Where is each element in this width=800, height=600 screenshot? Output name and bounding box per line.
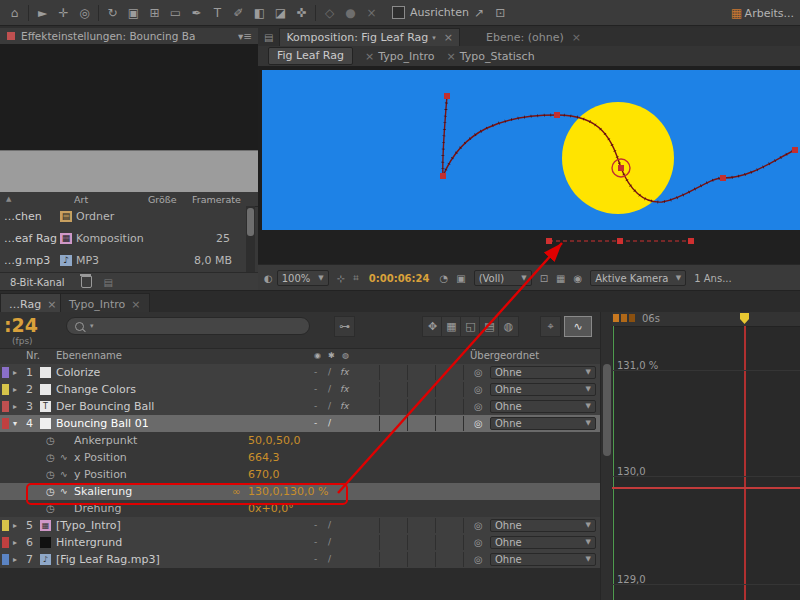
playhead-marker[interactable] xyxy=(740,313,749,324)
tool-option-icon[interactable]: ◇ xyxy=(319,3,340,23)
bit-depth-label[interactable]: 8-Bit-Kanal xyxy=(10,277,65,288)
property-name[interactable]: y Position xyxy=(74,466,127,483)
quality-switch[interactable]: / xyxy=(328,415,331,432)
property-value[interactable]: 130,0,130,0 % xyxy=(248,483,328,500)
quality-switch[interactable]: / xyxy=(328,551,331,568)
parent-select[interactable]: Ohne▼ xyxy=(490,417,596,430)
workspace-icon[interactable]: ▦ xyxy=(731,6,742,20)
fx-switch[interactable]: fx xyxy=(340,364,349,381)
stopwatch-icon[interactable]: ◷ xyxy=(46,432,55,449)
property-value[interactable]: 670,0 xyxy=(248,466,280,483)
selection-tool-icon[interactable]: ► xyxy=(32,3,53,23)
close-icon[interactable]: × xyxy=(131,298,140,311)
shy-switch[interactable]: - xyxy=(314,415,317,432)
parent-select[interactable]: Ohne▼ xyxy=(490,536,596,549)
hand-tool-icon[interactable]: ✛ xyxy=(53,3,74,23)
project-item-row[interactable]: …g.mp3 ♪ MP3 8,0 MB xyxy=(0,250,246,273)
parent-pickwhip-icon[interactable]: ◎ xyxy=(474,517,483,534)
viewer-tab-typo-intro[interactable]: Typo_Intro xyxy=(378,50,434,63)
brainstorm-icon[interactable]: ◍ xyxy=(498,316,519,337)
graph-toggle-icon[interactable]: ∿ xyxy=(60,466,68,483)
zoom-select[interactable]: 100% ▼ xyxy=(277,270,329,286)
chevron-down-icon[interactable]: ▾ xyxy=(90,322,94,330)
layer-name[interactable]: [Typo_Intro] xyxy=(56,517,121,534)
home-icon[interactable]: ⌂ xyxy=(4,3,25,23)
timeline-tab-typo-intro[interactable]: Typo_Intro × xyxy=(60,293,150,314)
parent-pickwhip-icon[interactable]: ◎ xyxy=(474,398,483,415)
shy-switch[interactable]: - xyxy=(314,551,317,568)
graph-toggle-icon[interactable]: ∿ xyxy=(60,483,68,500)
comp-mini-flowchart-icon[interactable]: ⊶ xyxy=(334,316,355,337)
fx-switch[interactable]: fx xyxy=(340,398,349,415)
column-nr[interactable]: Nr. xyxy=(26,350,40,361)
layer-row-change-colors[interactable]: ▸ 2 Change Colors - / fx ◎ Ohne▼ xyxy=(0,381,600,399)
graph-editor-toggle[interactable]: ∿ xyxy=(564,316,592,337)
shy-switch[interactable]: - xyxy=(314,381,317,398)
snap-guides-icon[interactable]: ⊹ xyxy=(337,273,345,284)
column-framerate[interactable]: Framerate xyxy=(192,194,241,205)
camera-settings-icon[interactable]: ◉ xyxy=(574,273,583,284)
shy-switch[interactable]: - xyxy=(314,534,317,551)
snap-icon[interactable]: ↗ xyxy=(469,3,490,23)
layer-name[interactable]: [Fig Leaf Rag.mp3] xyxy=(56,551,160,568)
chevron-right-icon[interactable]: ▸ xyxy=(13,534,17,551)
quality-switch[interactable]: / xyxy=(328,517,331,534)
grid-options-icon[interactable]: ⊡ xyxy=(490,3,511,23)
layer-row-fig-leaf-rag-mp3[interactable]: ▸ 7 ♪ [Fig Leaf Rag.mp3] - / ◎ Ohne▼ xyxy=(0,551,600,569)
mask-tool-icon[interactable]: ▭ xyxy=(165,3,186,23)
pen-tool-icon[interactable]: ✒ xyxy=(186,3,207,23)
graph-time-ruler[interactable]: 06s xyxy=(612,312,800,327)
property-row-ankerpunkt[interactable]: ◷ Ankerpunkt 50,0,50,0 xyxy=(0,432,600,450)
clone-stamp-tool-icon[interactable]: ◧ xyxy=(249,3,270,23)
frame-blending-icon[interactable]: ◱ xyxy=(460,316,481,337)
close-icon[interactable]: × xyxy=(447,50,456,63)
property-row-drehung[interactable]: ◷ Drehung 0x+0,0° xyxy=(0,500,600,518)
layer-name[interactable]: Hintergrund xyxy=(56,534,122,551)
hide-shy-layers-icon[interactable]: ▦ xyxy=(441,316,462,337)
pan-behind-tool-icon[interactable]: ⊞ xyxy=(144,3,165,23)
column-uebergeordnet[interactable]: Übergeordnet xyxy=(470,350,539,361)
shy-switch[interactable]: - xyxy=(314,364,317,381)
column-art[interactable]: Art xyxy=(74,194,88,205)
tab-composition[interactable]: Komposition: Fig Leaf Rag ▾ × xyxy=(279,28,460,47)
type-tool-icon[interactable]: T xyxy=(207,3,228,23)
chevron-right-icon[interactable]: ▸ xyxy=(13,551,17,568)
workspace-switcher[interactable]: Arbeits... xyxy=(745,7,794,20)
parent-select[interactable]: Ohne▼ xyxy=(490,400,596,413)
close-icon[interactable]: × xyxy=(47,298,56,311)
quality-switch[interactable]: / xyxy=(328,364,331,381)
scrollbar-thumb[interactable] xyxy=(247,208,254,236)
resolution-select[interactable]: (Voll) ▼ xyxy=(474,270,532,286)
close-icon[interactable]: × xyxy=(365,50,374,63)
layer-name[interactable]: Colorize xyxy=(56,364,100,381)
parent-pickwhip-icon[interactable]: ◎ xyxy=(474,534,483,551)
composition-canvas[interactable] xyxy=(262,70,800,230)
property-value[interactable]: 50,0,50,0 xyxy=(248,432,300,449)
channels-icon[interactable]: ▣ xyxy=(456,273,465,284)
quality-switch[interactable]: / xyxy=(328,381,331,398)
layer-row-hintergrund[interactable]: ▸ 6 Hintergrund - / ◎ Ohne▼ xyxy=(0,534,600,552)
stopwatch-icon[interactable]: ◷ xyxy=(46,483,55,500)
parent-select[interactable]: Ohne▼ xyxy=(490,553,596,566)
layer-row-colorize[interactable]: ▸ 1 Colorize - / fx ◎ Ohne▼ xyxy=(0,364,600,382)
property-name[interactable]: x Position xyxy=(74,449,127,466)
parent-pickwhip-icon[interactable]: ◎ xyxy=(474,551,483,568)
magnification-icon[interactable]: ◐ xyxy=(264,273,273,284)
viewer-tab-fig-leaf-rag[interactable]: Fig Leaf Rag xyxy=(268,47,353,65)
layer-row-typo-intro[interactable]: ▸ 5 ▦ [Typo_Intro] - / ◎ Ohne▼ xyxy=(0,517,600,535)
chevron-right-icon[interactable]: ▸ xyxy=(13,364,17,381)
parent-select[interactable]: Ohne▼ xyxy=(490,383,596,396)
graph-editor[interactable]: 06s 131,0 % 130,0 129,0 xyxy=(612,312,800,600)
quality-switch[interactable]: / xyxy=(328,534,331,551)
layer-row-bouncing-ball-01[interactable]: ▾ 4 Bouncing Ball 01 - / ◎ Ohne▼ xyxy=(0,415,600,433)
quality-switch[interactable]: / xyxy=(328,398,331,415)
close-icon[interactable]: × xyxy=(444,31,453,44)
tab-layer[interactable]: Ebene: (ohne) xyxy=(486,31,564,44)
project-item-row[interactable]: …eaf Rag ▦ Komposition 25 xyxy=(0,228,246,251)
property-row-skalierung[interactable]: ◷ ∿ Skalierung ∞ 130,0,130,0 % xyxy=(0,483,600,501)
property-value[interactable]: 664,3 xyxy=(248,449,280,466)
property-row-x-position[interactable]: ◷ ∿ x Position 664,3 xyxy=(0,449,600,467)
camera-select[interactable]: Aktive Kamera ▼ xyxy=(590,270,686,286)
label-color-chip[interactable] xyxy=(2,418,9,429)
label-color-chip[interactable] xyxy=(2,520,9,531)
